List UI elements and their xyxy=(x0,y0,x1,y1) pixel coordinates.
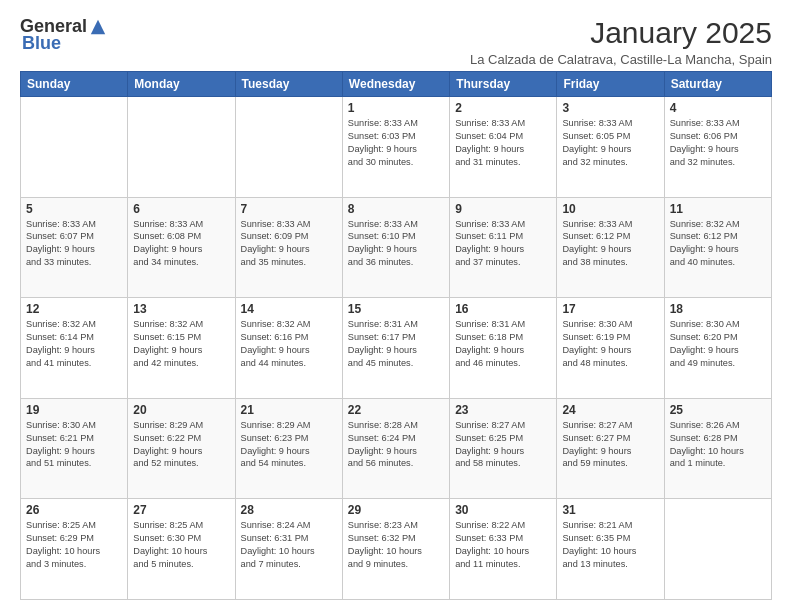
day-number: 29 xyxy=(348,503,444,517)
day-number: 11 xyxy=(670,202,766,216)
calendar-header: SundayMondayTuesdayWednesdayThursdayFrid… xyxy=(21,72,772,97)
day-number: 30 xyxy=(455,503,551,517)
day-info: Sunrise: 8:25 AM Sunset: 6:29 PM Dayligh… xyxy=(26,519,122,571)
calendar-cell: 27Sunrise: 8:25 AM Sunset: 6:30 PM Dayli… xyxy=(128,499,235,600)
weekday-header-thursday: Thursday xyxy=(450,72,557,97)
day-number: 19 xyxy=(26,403,122,417)
day-info: Sunrise: 8:33 AM Sunset: 6:10 PM Dayligh… xyxy=(348,218,444,270)
calendar-cell: 16Sunrise: 8:31 AM Sunset: 6:18 PM Dayli… xyxy=(450,298,557,399)
day-info: Sunrise: 8:33 AM Sunset: 6:07 PM Dayligh… xyxy=(26,218,122,270)
day-info: Sunrise: 8:33 AM Sunset: 6:03 PM Dayligh… xyxy=(348,117,444,169)
day-number: 23 xyxy=(455,403,551,417)
day-number: 21 xyxy=(241,403,337,417)
calendar-cell: 6Sunrise: 8:33 AM Sunset: 6:08 PM Daylig… xyxy=(128,197,235,298)
day-number: 9 xyxy=(455,202,551,216)
calendar-cell: 23Sunrise: 8:27 AM Sunset: 6:25 PM Dayli… xyxy=(450,398,557,499)
day-number: 31 xyxy=(562,503,658,517)
day-number: 5 xyxy=(26,202,122,216)
day-info: Sunrise: 8:33 AM Sunset: 6:11 PM Dayligh… xyxy=(455,218,551,270)
day-info: Sunrise: 8:33 AM Sunset: 6:04 PM Dayligh… xyxy=(455,117,551,169)
day-number: 22 xyxy=(348,403,444,417)
day-info: Sunrise: 8:24 AM Sunset: 6:31 PM Dayligh… xyxy=(241,519,337,571)
day-info: Sunrise: 8:27 AM Sunset: 6:27 PM Dayligh… xyxy=(562,419,658,471)
weekday-row: SundayMondayTuesdayWednesdayThursdayFrid… xyxy=(21,72,772,97)
calendar-cell: 12Sunrise: 8:32 AM Sunset: 6:14 PM Dayli… xyxy=(21,298,128,399)
calendar-cell: 29Sunrise: 8:23 AM Sunset: 6:32 PM Dayli… xyxy=(342,499,449,600)
day-number: 13 xyxy=(133,302,229,316)
calendar-title: January 2025 xyxy=(470,16,772,50)
calendar-cell: 2Sunrise: 8:33 AM Sunset: 6:04 PM Daylig… xyxy=(450,97,557,198)
day-info: Sunrise: 8:25 AM Sunset: 6:30 PM Dayligh… xyxy=(133,519,229,571)
calendar-cell: 21Sunrise: 8:29 AM Sunset: 6:23 PM Dayli… xyxy=(235,398,342,499)
day-info: Sunrise: 8:32 AM Sunset: 6:16 PM Dayligh… xyxy=(241,318,337,370)
weekday-header-friday: Friday xyxy=(557,72,664,97)
day-number: 27 xyxy=(133,503,229,517)
page: General Blue January 2025 La Calzada de … xyxy=(0,0,792,612)
day-info: Sunrise: 8:23 AM Sunset: 6:32 PM Dayligh… xyxy=(348,519,444,571)
calendar-cell: 24Sunrise: 8:27 AM Sunset: 6:27 PM Dayli… xyxy=(557,398,664,499)
calendar-cell: 31Sunrise: 8:21 AM Sunset: 6:35 PM Dayli… xyxy=(557,499,664,600)
day-info: Sunrise: 8:28 AM Sunset: 6:24 PM Dayligh… xyxy=(348,419,444,471)
calendar-cell: 13Sunrise: 8:32 AM Sunset: 6:15 PM Dayli… xyxy=(128,298,235,399)
day-info: Sunrise: 8:33 AM Sunset: 6:06 PM Dayligh… xyxy=(670,117,766,169)
calendar-cell: 4Sunrise: 8:33 AM Sunset: 6:06 PM Daylig… xyxy=(664,97,771,198)
calendar-cell: 5Sunrise: 8:33 AM Sunset: 6:07 PM Daylig… xyxy=(21,197,128,298)
day-number: 18 xyxy=(670,302,766,316)
day-number: 25 xyxy=(670,403,766,417)
calendar-cell: 17Sunrise: 8:30 AM Sunset: 6:19 PM Dayli… xyxy=(557,298,664,399)
day-info: Sunrise: 8:30 AM Sunset: 6:19 PM Dayligh… xyxy=(562,318,658,370)
day-number: 3 xyxy=(562,101,658,115)
calendar-cell: 25Sunrise: 8:26 AM Sunset: 6:28 PM Dayli… xyxy=(664,398,771,499)
day-number: 14 xyxy=(241,302,337,316)
day-info: Sunrise: 8:29 AM Sunset: 6:22 PM Dayligh… xyxy=(133,419,229,471)
day-info: Sunrise: 8:32 AM Sunset: 6:14 PM Dayligh… xyxy=(26,318,122,370)
day-info: Sunrise: 8:33 AM Sunset: 6:08 PM Dayligh… xyxy=(133,218,229,270)
calendar-cell xyxy=(128,97,235,198)
calendar-cell: 11Sunrise: 8:32 AM Sunset: 6:12 PM Dayli… xyxy=(664,197,771,298)
weekday-header-wednesday: Wednesday xyxy=(342,72,449,97)
calendar-cell: 10Sunrise: 8:33 AM Sunset: 6:12 PM Dayli… xyxy=(557,197,664,298)
day-info: Sunrise: 8:27 AM Sunset: 6:25 PM Dayligh… xyxy=(455,419,551,471)
calendar-table: SundayMondayTuesdayWednesdayThursdayFrid… xyxy=(20,71,772,600)
calendar-cell: 18Sunrise: 8:30 AM Sunset: 6:20 PM Dayli… xyxy=(664,298,771,399)
calendar-cell: 22Sunrise: 8:28 AM Sunset: 6:24 PM Dayli… xyxy=(342,398,449,499)
weekday-header-sunday: Sunday xyxy=(21,72,128,97)
day-info: Sunrise: 8:31 AM Sunset: 6:18 PM Dayligh… xyxy=(455,318,551,370)
header: General Blue January 2025 La Calzada de … xyxy=(20,16,772,67)
day-info: Sunrise: 8:29 AM Sunset: 6:23 PM Dayligh… xyxy=(241,419,337,471)
day-number: 24 xyxy=(562,403,658,417)
calendar-week-1: 1Sunrise: 8:33 AM Sunset: 6:03 PM Daylig… xyxy=(21,97,772,198)
calendar-cell: 7Sunrise: 8:33 AM Sunset: 6:09 PM Daylig… xyxy=(235,197,342,298)
day-info: Sunrise: 8:33 AM Sunset: 6:12 PM Dayligh… xyxy=(562,218,658,270)
logo-icon xyxy=(89,18,107,36)
day-number: 4 xyxy=(670,101,766,115)
calendar-cell: 30Sunrise: 8:22 AM Sunset: 6:33 PM Dayli… xyxy=(450,499,557,600)
day-info: Sunrise: 8:33 AM Sunset: 6:09 PM Dayligh… xyxy=(241,218,337,270)
day-info: Sunrise: 8:32 AM Sunset: 6:15 PM Dayligh… xyxy=(133,318,229,370)
calendar-week-5: 26Sunrise: 8:25 AM Sunset: 6:29 PM Dayli… xyxy=(21,499,772,600)
calendar-week-3: 12Sunrise: 8:32 AM Sunset: 6:14 PM Dayli… xyxy=(21,298,772,399)
calendar-cell: 9Sunrise: 8:33 AM Sunset: 6:11 PM Daylig… xyxy=(450,197,557,298)
day-info: Sunrise: 8:30 AM Sunset: 6:21 PM Dayligh… xyxy=(26,419,122,471)
calendar-cell: 15Sunrise: 8:31 AM Sunset: 6:17 PM Dayli… xyxy=(342,298,449,399)
day-number: 28 xyxy=(241,503,337,517)
logo-blue: Blue xyxy=(22,33,61,54)
day-number: 6 xyxy=(133,202,229,216)
calendar-cell xyxy=(21,97,128,198)
day-number: 15 xyxy=(348,302,444,316)
calendar-week-2: 5Sunrise: 8:33 AM Sunset: 6:07 PM Daylig… xyxy=(21,197,772,298)
calendar-body: 1Sunrise: 8:33 AM Sunset: 6:03 PM Daylig… xyxy=(21,97,772,600)
calendar-cell: 20Sunrise: 8:29 AM Sunset: 6:22 PM Dayli… xyxy=(128,398,235,499)
calendar-subtitle: La Calzada de Calatrava, Castille-La Man… xyxy=(470,52,772,67)
day-number: 12 xyxy=(26,302,122,316)
weekday-header-saturday: Saturday xyxy=(664,72,771,97)
day-number: 26 xyxy=(26,503,122,517)
day-number: 7 xyxy=(241,202,337,216)
day-info: Sunrise: 8:31 AM Sunset: 6:17 PM Dayligh… xyxy=(348,318,444,370)
day-number: 8 xyxy=(348,202,444,216)
weekday-header-tuesday: Tuesday xyxy=(235,72,342,97)
day-number: 16 xyxy=(455,302,551,316)
calendar-cell: 26Sunrise: 8:25 AM Sunset: 6:29 PM Dayli… xyxy=(21,499,128,600)
day-number: 2 xyxy=(455,101,551,115)
title-area: January 2025 La Calzada de Calatrava, Ca… xyxy=(470,16,772,67)
